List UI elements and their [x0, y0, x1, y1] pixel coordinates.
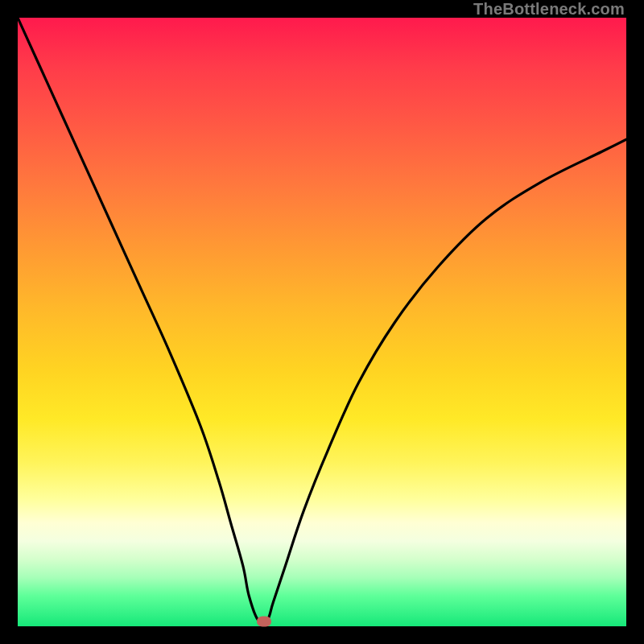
watermark-text: TheBottleneck.com	[473, 0, 625, 19]
chart-frame: TheBottleneck.com	[0, 0, 644, 644]
plot-area	[18, 18, 626, 626]
bottleneck-curve	[18, 18, 626, 626]
minimum-marker	[257, 616, 271, 626]
